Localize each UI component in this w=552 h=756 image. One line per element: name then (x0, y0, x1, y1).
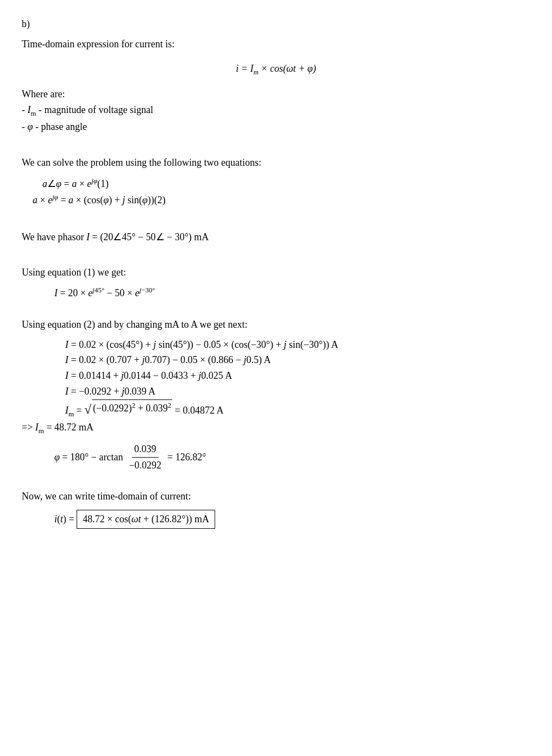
comp-line-3: I = 0.01414 + j0.0144 − 0.0433 + j0.025 … (65, 368, 530, 384)
comp-line-2: I = 0.02 × (0.707 + j0.707) − 0.05 × (0.… (65, 352, 530, 368)
part-b-label: b) (22, 18, 30, 29)
phasor-statement: We have phasor I = (20∠45° − 50∠ − 30°) … (22, 229, 530, 245)
final-result: i(t) = 48.72 × cos(ωt + (126.82°)) mA (54, 510, 530, 529)
using-eq1-label: Using equation (1) we get: (22, 265, 530, 280)
boxed-answer: 48.72 × cos(ωt + (126.82°)) mA (77, 510, 215, 529)
comp-line-4: I = −0.0292 + j0.039 A (65, 384, 530, 399)
where-are: Where are: - Im - magnitude of voltage s… (22, 86, 530, 135)
solve-text: We can solve the problem using the follo… (22, 155, 530, 171)
im-result: => Im = 48.72 mA (22, 420, 530, 436)
eq1-result: I = 20 × ej45° − 50 × ej−30° (54, 285, 530, 301)
part-b-heading: b) (22, 16, 530, 32)
now-text: Now, we can write time-domain of current… (22, 489, 530, 504)
phi-calc: φ = 180° − arctan 0.039 −0.0292 = 126.82… (54, 441, 530, 473)
page-content: b) Time-domain expression for current is… (22, 16, 530, 529)
equation-2: a × ejφ = a × (cos(φ) + j sin(φ))(2) (33, 192, 530, 208)
time-domain-label: Time-domain expression for current is: (22, 36, 530, 52)
formula-i: i = Im × cos(ωt + φ) (22, 61, 530, 78)
equations-block: a∠φ = a × ejφ(1) a × ejφ = a × (cos(φ) +… (33, 176, 530, 208)
equation-1: a∠φ = a × ejφ(1) (33, 176, 530, 192)
using-eq2-label: Using equation (2) and by changing mA to… (22, 317, 530, 333)
computation-lines: I = 0.02 × (cos(45°) + j sin(45°)) − 0.0… (65, 337, 530, 420)
comp-line-1: I = 0.02 × (cos(45°) + j sin(45°)) − 0.0… (65, 337, 530, 353)
comp-line-5: Im = √ (−0.0292)2 + 0.0392 = 0.04872 A (65, 399, 530, 420)
